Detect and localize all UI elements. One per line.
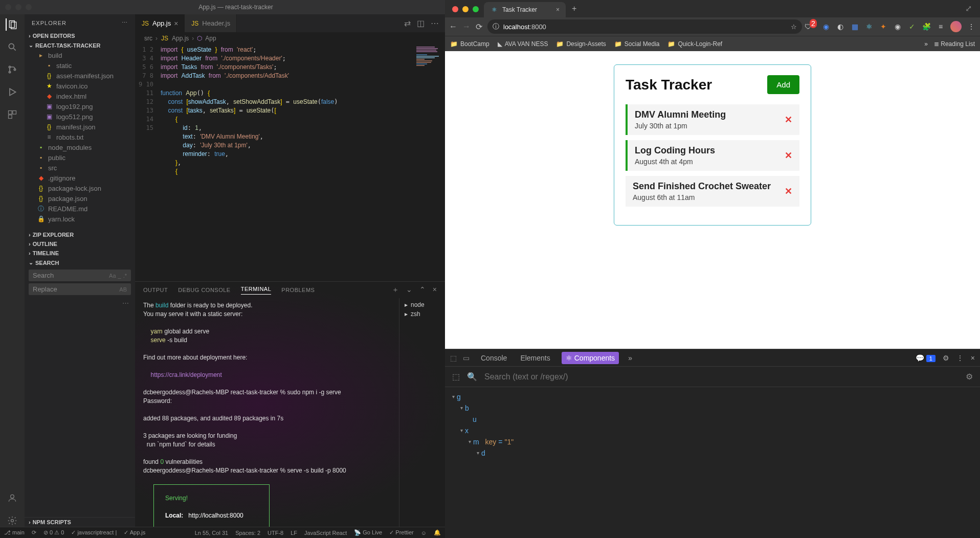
feedback-icon[interactable]: ☺ <box>421 530 427 536</box>
minimize-icon[interactable] <box>462 6 469 12</box>
settings-gear-icon[interactable] <box>6 514 18 527</box>
file-gitignore[interactable]: ◆.gitignore <box>25 173 135 183</box>
reload-button[interactable]: ⟳ <box>476 22 482 32</box>
delete-task-icon[interactable]: ✕ <box>785 150 792 161</box>
task-item-0[interactable]: DMV Alumni MeetingJuly 30th at 1pm ✕ <box>626 104 799 135</box>
run-debug-icon[interactable] <box>6 86 18 98</box>
devtools-settings-icon[interactable]: ⚙ <box>943 354 949 362</box>
folder-static[interactable]: ▪static <box>25 60 135 71</box>
folder-build[interactable]: ▸build <box>25 50 135 60</box>
file-favicon[interactable]: ★favicon.ico <box>25 81 135 91</box>
address-bar[interactable]: ⓘ localhost:8000 ☆ <box>487 19 802 34</box>
inspect-element-icon[interactable]: ⬚ <box>450 354 457 362</box>
new-terminal-icon[interactable]: ＋ <box>392 285 399 295</box>
bookmark-2[interactable]: 📁 Design-Assets <box>556 40 606 48</box>
cursor-position[interactable]: Ln 55, Col 31 <box>195 530 228 536</box>
chrome-menu-icon[interactable]: ⋮ <box>967 22 976 31</box>
more-icon[interactable]: ⋯ <box>122 19 128 26</box>
file-yarn-lock[interactable]: 🔒yarn.lock <box>25 214 135 224</box>
panel-tab-problems[interactable]: PROBLEMS <box>281 287 315 293</box>
ext-icon-2[interactable]: ◉ <box>821 22 831 31</box>
minimap[interactable] <box>414 44 445 281</box>
search-icon[interactable] <box>6 41 18 53</box>
more-tabs-icon[interactable]: » <box>628 354 632 362</box>
window-controls[interactable] <box>5 4 32 10</box>
file-logo192[interactable]: ▣logo192.png <box>25 101 135 111</box>
ext-icon-7[interactable]: ◉ <box>893 22 902 31</box>
terminal-dropdown-icon[interactable]: ⌄ <box>406 285 412 295</box>
close-dot[interactable] <box>5 4 11 10</box>
search-input[interactable]: SearchAa_.* <box>29 270 131 281</box>
timeline-section[interactable]: ›TIMELINE <box>25 249 135 258</box>
tab-header-js[interactable]: JSHeader.js <box>185 14 237 32</box>
sync-status[interactable]: ⟳ <box>32 529 36 536</box>
site-info-icon[interactable]: ⓘ <box>493 22 499 31</box>
component-tree[interactable]: ▾g ▾b u ▾x ▾m key="1" ▾d <box>445 387 980 463</box>
account-icon[interactable] <box>6 492 18 504</box>
explorer-icon[interactable] <box>6 18 18 31</box>
devtools-tab-components[interactable]: ⚛Components <box>562 352 619 364</box>
file-asset-manifest[interactable]: {}asset-manifest.json <box>25 71 135 81</box>
ext-icon-6[interactable]: ✦ <box>879 22 888 31</box>
delete-task-icon[interactable]: ✕ <box>785 114 792 125</box>
more-actions-icon[interactable]: ⋯ <box>431 18 439 28</box>
problems-status[interactable]: ⊘ 0 ⚠ 0 <box>43 529 64 536</box>
file-manifest[interactable]: {}manifest.json <box>25 122 135 132</box>
source-control-icon[interactable] <box>6 63 18 76</box>
branch-status[interactable]: ⎇ main <box>4 529 25 536</box>
task-item-1[interactable]: Log Coding HoursAugust 4th at 4pm ✕ <box>626 140 799 171</box>
select-component-icon[interactable]: ⬚ <box>452 372 460 382</box>
prettier-status[interactable]: ✓ Prettier <box>389 529 414 536</box>
file-package-lock[interactable]: {}package-lock.json <box>25 183 135 193</box>
minimize-dot[interactable] <box>15 4 21 10</box>
panel-tab-debug[interactable]: DEBUG CONSOLE <box>178 287 230 293</box>
zip-explorer-section[interactable]: ›ZIP EXPLORER <box>25 230 135 239</box>
close-panel-icon[interactable]: × <box>433 285 437 295</box>
ext-icon-4[interactable]: ▦ <box>850 22 859 31</box>
close-icon[interactable] <box>452 6 458 12</box>
task-item-2[interactable]: Send Finished Crochet SweaterAugust 6th … <box>626 176 799 207</box>
close-icon[interactable]: × <box>174 19 178 28</box>
ext-icon-1[interactable]: 🛡2 <box>807 22 816 31</box>
bookmark-0[interactable]: 📁 BootCamp <box>450 40 489 48</box>
ext-icon-3[interactable]: ◐ <box>836 22 845 31</box>
indent-status[interactable]: Spaces: 2 <box>235 530 260 536</box>
language-status[interactable]: JavaScript React <box>304 530 347 536</box>
devtools-menu-icon[interactable]: ⋮ <box>956 354 964 362</box>
folder-node-modules[interactable]: ▪node_modules <box>25 142 135 152</box>
device-toggle-icon[interactable]: ▭ <box>463 354 470 362</box>
reading-list-button[interactable]: ≣ Reading List <box>934 40 975 48</box>
search-more-icon[interactable]: ⋯ <box>25 297 135 309</box>
code-editor[interactable]: 1 2 3 4 5 6 7 8 9 10 11 12 13 14 15 impo… <box>135 44 445 281</box>
star-icon[interactable]: ☆ <box>791 23 797 31</box>
encoding-status[interactable]: UTF-8 <box>268 530 283 536</box>
maximize-panel-icon[interactable]: ⌃ <box>419 285 426 295</box>
devtools-tab-console[interactable]: Console <box>479 351 509 365</box>
lang-mode[interactable]: ✓ javascriptreact | <box>71 529 117 536</box>
eol-status[interactable]: LF <box>291 530 297 536</box>
file-logo512[interactable]: ▣logo512.png <box>25 111 135 122</box>
new-tab-button[interactable]: + <box>568 0 581 17</box>
search-section[interactable]: ⌄SEARCH <box>25 258 135 267</box>
bell-icon[interactable]: 🔔 <box>434 529 441 536</box>
zoom-dot[interactable] <box>26 4 32 10</box>
bookmark-4[interactable]: 📁 Quick-Login-Ref <box>667 40 722 48</box>
delete-task-icon[interactable]: ✕ <box>785 186 792 197</box>
tab-app-js[interactable]: JSApp.js× <box>135 14 185 32</box>
back-button[interactable]: ← <box>449 22 457 31</box>
project-section[interactable]: ⌄REACT-TASK-TRACKER <box>25 40 135 50</box>
terminal-zsh[interactable]: ▸zsh <box>402 309 443 319</box>
browser-tab[interactable]: ⚛ Task Tracker × <box>484 2 566 17</box>
add-button[interactable]: Add <box>767 75 799 94</box>
brereadcrumb[interactable]: src› JSApp.js› ⬡App <box>135 32 445 44</box>
ext-icon-5[interactable]: ⚛ <box>864 22 874 31</box>
outline-section[interactable]: ›OUTLINE <box>25 239 135 249</box>
terminal-node[interactable]: ▸node <box>402 300 443 309</box>
folder-public[interactable]: ▪public <box>25 152 135 163</box>
issues-badge[interactable]: 💬 1 <box>916 354 936 362</box>
bookmark-1[interactable]: ◣ AVA VAN NESS <box>498 40 548 48</box>
bookmark-3[interactable]: 📁 Social Media <box>614 40 660 48</box>
forward-button[interactable]: → <box>462 22 471 31</box>
compare-icon[interactable]: ⇄ <box>404 18 411 28</box>
npm-scripts-section[interactable]: ›NPM SCRIPTS <box>25 517 135 527</box>
